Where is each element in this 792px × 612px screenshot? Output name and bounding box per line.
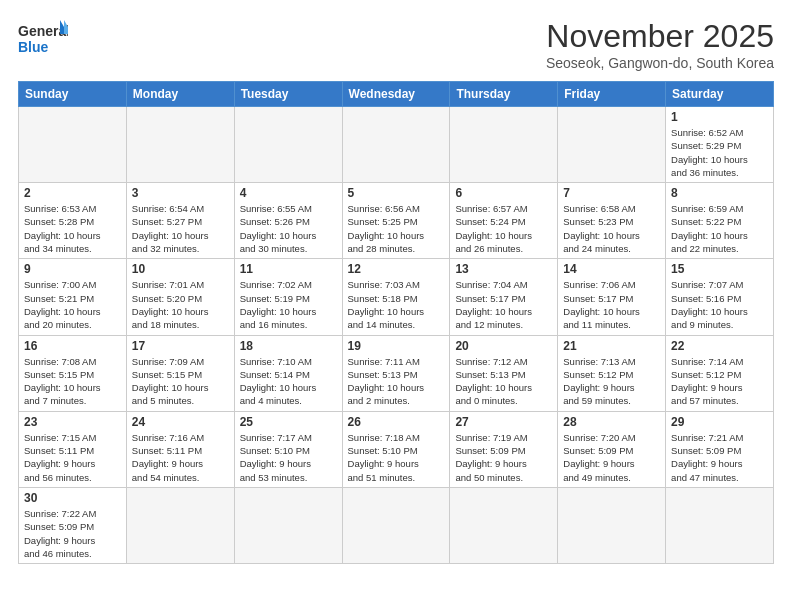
day-number: 8 (671, 186, 768, 200)
calendar-cell (558, 107, 666, 183)
day-number: 6 (455, 186, 552, 200)
day-number: 28 (563, 415, 660, 429)
calendar-cell: 12Sunrise: 7:03 AM Sunset: 5:18 PM Dayli… (342, 259, 450, 335)
logo: General Blue (18, 18, 68, 60)
title-area: November 2025 Seoseok, Gangwon-do, South… (546, 18, 774, 71)
calendar-cell: 4Sunrise: 6:55 AM Sunset: 5:26 PM Daylig… (234, 183, 342, 259)
day-info: Sunrise: 7:16 AM Sunset: 5:11 PM Dayligh… (132, 431, 229, 484)
day-info: Sunrise: 7:08 AM Sunset: 5:15 PM Dayligh… (24, 355, 121, 408)
day-number: 5 (348, 186, 445, 200)
calendar-cell: 14Sunrise: 7:06 AM Sunset: 5:17 PM Dayli… (558, 259, 666, 335)
day-number: 26 (348, 415, 445, 429)
day-info: Sunrise: 7:09 AM Sunset: 5:15 PM Dayligh… (132, 355, 229, 408)
day-info: Sunrise: 6:56 AM Sunset: 5:25 PM Dayligh… (348, 202, 445, 255)
day-number: 13 (455, 262, 552, 276)
day-number: 14 (563, 262, 660, 276)
day-info: Sunrise: 7:06 AM Sunset: 5:17 PM Dayligh… (563, 278, 660, 331)
calendar-cell: 6Sunrise: 6:57 AM Sunset: 5:24 PM Daylig… (450, 183, 558, 259)
calendar-cell (342, 487, 450, 563)
calendar-cell: 24Sunrise: 7:16 AM Sunset: 5:11 PM Dayli… (126, 411, 234, 487)
calendar-cell: 29Sunrise: 7:21 AM Sunset: 5:09 PM Dayli… (666, 411, 774, 487)
day-info: Sunrise: 7:18 AM Sunset: 5:10 PM Dayligh… (348, 431, 445, 484)
calendar-header-sunday: Sunday (19, 82, 127, 107)
page: General Blue November 2025 Seoseok, Gang… (0, 0, 792, 574)
day-number: 19 (348, 339, 445, 353)
calendar-cell: 30Sunrise: 7:22 AM Sunset: 5:09 PM Dayli… (19, 487, 127, 563)
day-number: 23 (24, 415, 121, 429)
calendar-cell: 21Sunrise: 7:13 AM Sunset: 5:12 PM Dayli… (558, 335, 666, 411)
day-number: 15 (671, 262, 768, 276)
calendar-cell: 22Sunrise: 7:14 AM Sunset: 5:12 PM Dayli… (666, 335, 774, 411)
day-number: 29 (671, 415, 768, 429)
day-info: Sunrise: 7:22 AM Sunset: 5:09 PM Dayligh… (24, 507, 121, 560)
day-number: 27 (455, 415, 552, 429)
calendar-cell (666, 487, 774, 563)
calendar-cell (234, 107, 342, 183)
calendar-cell: 27Sunrise: 7:19 AM Sunset: 5:09 PM Dayli… (450, 411, 558, 487)
day-info: Sunrise: 7:21 AM Sunset: 5:09 PM Dayligh… (671, 431, 768, 484)
calendar-cell: 23Sunrise: 7:15 AM Sunset: 5:11 PM Dayli… (19, 411, 127, 487)
calendar-cell: 7Sunrise: 6:58 AM Sunset: 5:23 PM Daylig… (558, 183, 666, 259)
day-number: 12 (348, 262, 445, 276)
logo-svg: General Blue (18, 18, 68, 60)
day-info: Sunrise: 7:12 AM Sunset: 5:13 PM Dayligh… (455, 355, 552, 408)
day-number: 25 (240, 415, 337, 429)
week-row-1: 1Sunrise: 6:52 AM Sunset: 5:29 PM Daylig… (19, 107, 774, 183)
calendar-cell: 16Sunrise: 7:08 AM Sunset: 5:15 PM Dayli… (19, 335, 127, 411)
location: Seoseok, Gangwon-do, South Korea (546, 55, 774, 71)
header: General Blue November 2025 Seoseok, Gang… (18, 18, 774, 71)
day-number: 7 (563, 186, 660, 200)
day-info: Sunrise: 7:15 AM Sunset: 5:11 PM Dayligh… (24, 431, 121, 484)
calendar-cell: 28Sunrise: 7:20 AM Sunset: 5:09 PM Dayli… (558, 411, 666, 487)
day-number: 2 (24, 186, 121, 200)
day-info: Sunrise: 7:01 AM Sunset: 5:20 PM Dayligh… (132, 278, 229, 331)
svg-text:Blue: Blue (18, 39, 49, 55)
day-info: Sunrise: 7:19 AM Sunset: 5:09 PM Dayligh… (455, 431, 552, 484)
day-info: Sunrise: 6:52 AM Sunset: 5:29 PM Dayligh… (671, 126, 768, 179)
day-info: Sunrise: 7:13 AM Sunset: 5:12 PM Dayligh… (563, 355, 660, 408)
week-row-6: 30Sunrise: 7:22 AM Sunset: 5:09 PM Dayli… (19, 487, 774, 563)
calendar-cell (126, 107, 234, 183)
calendar-cell: 5Sunrise: 6:56 AM Sunset: 5:25 PM Daylig… (342, 183, 450, 259)
calendar-header-monday: Monday (126, 82, 234, 107)
calendar-cell: 11Sunrise: 7:02 AM Sunset: 5:19 PM Dayli… (234, 259, 342, 335)
week-row-3: 9Sunrise: 7:00 AM Sunset: 5:21 PM Daylig… (19, 259, 774, 335)
calendar-header-tuesday: Tuesday (234, 82, 342, 107)
day-info: Sunrise: 7:17 AM Sunset: 5:10 PM Dayligh… (240, 431, 337, 484)
calendar-cell: 3Sunrise: 6:54 AM Sunset: 5:27 PM Daylig… (126, 183, 234, 259)
calendar-header-row: SundayMondayTuesdayWednesdayThursdayFrid… (19, 82, 774, 107)
calendar-cell: 17Sunrise: 7:09 AM Sunset: 5:15 PM Dayli… (126, 335, 234, 411)
day-number: 24 (132, 415, 229, 429)
day-info: Sunrise: 7:11 AM Sunset: 5:13 PM Dayligh… (348, 355, 445, 408)
day-info: Sunrise: 7:02 AM Sunset: 5:19 PM Dayligh… (240, 278, 337, 331)
month-title: November 2025 (546, 18, 774, 55)
calendar-cell: 13Sunrise: 7:04 AM Sunset: 5:17 PM Dayli… (450, 259, 558, 335)
day-number: 10 (132, 262, 229, 276)
day-info: Sunrise: 6:54 AM Sunset: 5:27 PM Dayligh… (132, 202, 229, 255)
day-info: Sunrise: 6:55 AM Sunset: 5:26 PM Dayligh… (240, 202, 337, 255)
calendar-cell: 2Sunrise: 6:53 AM Sunset: 5:28 PM Daylig… (19, 183, 127, 259)
calendar-cell: 20Sunrise: 7:12 AM Sunset: 5:13 PM Dayli… (450, 335, 558, 411)
day-info: Sunrise: 6:59 AM Sunset: 5:22 PM Dayligh… (671, 202, 768, 255)
day-number: 1 (671, 110, 768, 124)
calendar-cell: 18Sunrise: 7:10 AM Sunset: 5:14 PM Dayli… (234, 335, 342, 411)
day-number: 30 (24, 491, 121, 505)
day-number: 20 (455, 339, 552, 353)
day-info: Sunrise: 7:14 AM Sunset: 5:12 PM Dayligh… (671, 355, 768, 408)
calendar-cell: 26Sunrise: 7:18 AM Sunset: 5:10 PM Dayli… (342, 411, 450, 487)
day-info: Sunrise: 6:53 AM Sunset: 5:28 PM Dayligh… (24, 202, 121, 255)
day-number: 17 (132, 339, 229, 353)
calendar-header-thursday: Thursday (450, 82, 558, 107)
calendar-cell: 8Sunrise: 6:59 AM Sunset: 5:22 PM Daylig… (666, 183, 774, 259)
calendar-table: SundayMondayTuesdayWednesdayThursdayFrid… (18, 81, 774, 564)
calendar-cell (234, 487, 342, 563)
calendar-cell (558, 487, 666, 563)
calendar-cell (19, 107, 127, 183)
calendar-cell: 1Sunrise: 6:52 AM Sunset: 5:29 PM Daylig… (666, 107, 774, 183)
day-number: 18 (240, 339, 337, 353)
week-row-5: 23Sunrise: 7:15 AM Sunset: 5:11 PM Dayli… (19, 411, 774, 487)
week-row-4: 16Sunrise: 7:08 AM Sunset: 5:15 PM Dayli… (19, 335, 774, 411)
calendar-cell (126, 487, 234, 563)
calendar-header-saturday: Saturday (666, 82, 774, 107)
day-number: 3 (132, 186, 229, 200)
